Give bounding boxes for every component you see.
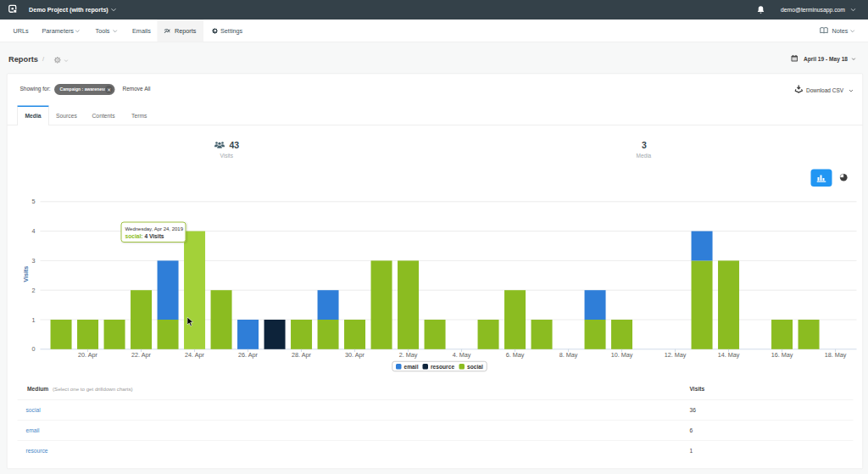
svg-text:4. May: 4. May: [453, 351, 471, 359]
svg-text:3: 3: [31, 257, 35, 265]
svg-text:12. May: 12. May: [665, 351, 687, 359]
svg-text:2: 2: [31, 287, 35, 294]
svg-text:6. May: 6. May: [506, 351, 525, 359]
svg-text:10. May: 10. May: [611, 351, 633, 359]
svg-text:4: 4: [31, 227, 35, 235]
svg-text:Visits: Visits: [23, 266, 31, 282]
svg-text:1: 1: [31, 316, 35, 324]
svg-text:2. May: 2. May: [399, 351, 418, 359]
svg-text:0: 0: [31, 345, 35, 353]
svg-text:14. May: 14. May: [718, 351, 740, 359]
svg-text:18. May: 18. May: [825, 351, 847, 359]
svg-text:28. Apr: 28. Apr: [292, 351, 312, 359]
svg-text:26. Apr: 26. Apr: [238, 351, 259, 359]
svg-text:20. Apr: 20. Apr: [78, 351, 98, 359]
svg-text:24. Apr: 24. Apr: [185, 351, 205, 359]
svg-text:30. Apr: 30. Apr: [345, 351, 365, 359]
svg-text:16. May: 16. May: [771, 351, 793, 359]
svg-text:8. May: 8. May: [559, 351, 578, 359]
svg-text:22. Apr: 22. Apr: [131, 351, 152, 359]
svg-text:5: 5: [31, 198, 35, 205]
